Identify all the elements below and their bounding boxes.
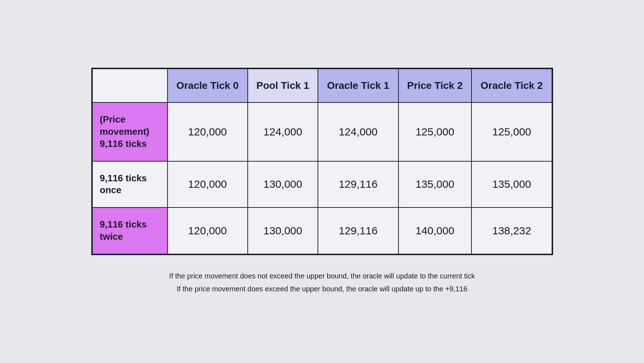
cell-1-0: 120,000 — [168, 161, 248, 208]
header-oracle-tick-2: Oracle Tick 2 — [471, 69, 552, 102]
footnote-line-2: If the price movement does exceed the up… — [169, 282, 475, 295]
data-table: Oracle Tick 0 Pool Tick 1 Oracle Tick 1 … — [92, 68, 552, 254]
footnote-line-1: If the price movement does not exceed th… — [169, 269, 475, 282]
header-row: Oracle Tick 0 Pool Tick 1 Oracle Tick 1 … — [92, 69, 552, 102]
row-label-price-movement: (Price movement) 9,116 ticks — [92, 102, 168, 161]
table-row: 9,116 ticks twice 120,000 130,000 129,11… — [92, 207, 552, 254]
cell-0-2: 124,000 — [318, 102, 398, 161]
cell-1-3: 135,000 — [398, 161, 472, 208]
table-row: 9,116 ticks once 120,000 130,000 129,116… — [92, 161, 552, 208]
row-label-ticks-twice: 9,116 ticks twice — [92, 207, 168, 254]
header-pool-tick-1: Pool Tick 1 — [248, 69, 318, 102]
cell-0-3: 125,000 — [398, 102, 472, 161]
cell-1-1: 130,000 — [248, 161, 318, 208]
cell-0-4: 125,000 — [471, 102, 552, 161]
header-oracle-tick-1: Oracle Tick 1 — [318, 69, 398, 102]
header-empty — [92, 69, 168, 102]
row-label-ticks-once: 9,116 ticks once — [92, 161, 168, 208]
header-oracle-tick-0: Oracle Tick 0 — [168, 69, 248, 102]
cell-2-3: 140,000 — [398, 207, 472, 254]
footnotes-container: If the price movement does not exceed th… — [169, 269, 475, 295]
cell-0-1: 124,000 — [248, 102, 318, 161]
main-table-container: Oracle Tick 0 Pool Tick 1 Oracle Tick 1 … — [91, 68, 553, 255]
cell-0-0: 120,000 — [168, 102, 248, 161]
cell-1-2: 129,116 — [318, 161, 398, 208]
cell-1-4: 135,000 — [471, 161, 552, 208]
cell-2-2: 129,116 — [318, 207, 398, 254]
cell-2-4: 138,232 — [471, 207, 552, 254]
cell-2-0: 120,000 — [168, 207, 248, 254]
header-price-tick-2: Price Tick 2 — [398, 69, 472, 102]
cell-2-1: 130,000 — [248, 207, 318, 254]
table-row: (Price movement) 9,116 ticks 120,000 124… — [92, 102, 552, 161]
